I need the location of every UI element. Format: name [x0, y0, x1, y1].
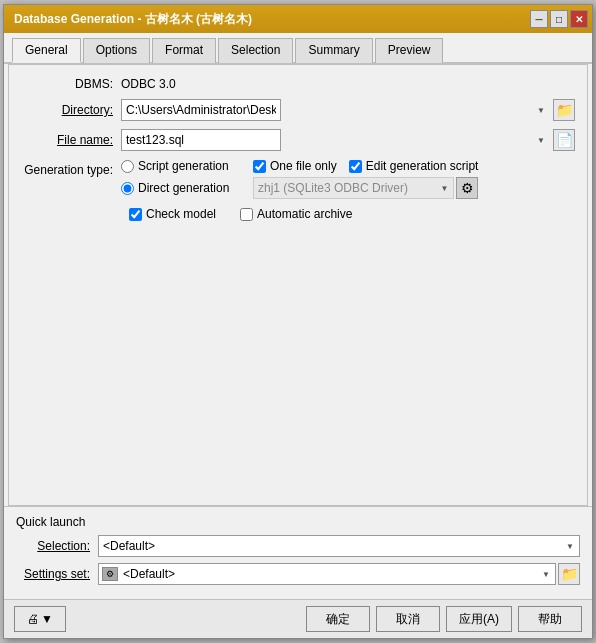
directory-browse-button[interactable]: 📁: [553, 99, 575, 121]
quick-launch-title: Quick launch: [16, 515, 580, 529]
one-file-only-checkbox[interactable]: [253, 160, 266, 173]
filename-input-group: 📄: [121, 129, 575, 151]
driver-input-group: ⚙: [253, 177, 478, 199]
script-generation-row: Script generation One file only Edit gen…: [121, 159, 478, 173]
check-model-checkbox-label[interactable]: Check model: [129, 207, 216, 221]
directory-select-wrapper: [121, 99, 551, 121]
settings-select[interactable]: <Default>: [98, 563, 556, 585]
selection-label: Selection:: [16, 539, 98, 553]
edit-script-label: Edit generation script: [366, 159, 479, 173]
filename-input[interactable]: [121, 129, 281, 151]
main-content: DBMS: ODBC 3.0 Directory: 📁 File: [8, 64, 588, 506]
automatic-archive-label: Automatic archive: [257, 207, 352, 221]
script-generation-radio[interactable]: [121, 160, 134, 173]
tab-options[interactable]: Options: [83, 38, 150, 63]
driver-input[interactable]: [253, 177, 454, 199]
tab-preview[interactable]: Preview: [375, 38, 444, 63]
close-button[interactable]: ✕: [570, 10, 588, 28]
check-row: Check model Automatic archive: [129, 207, 575, 221]
dbms-label: DBMS:: [21, 77, 121, 91]
folder-icon: 📁: [556, 102, 573, 118]
settings-input-group: <Default> ⚙ 📁: [98, 563, 580, 585]
directory-row: Directory: 📁: [21, 99, 575, 121]
automatic-archive-checkbox-label[interactable]: Automatic archive: [240, 207, 352, 221]
settings-row: Settings set: <Default> ⚙ 📁: [16, 563, 580, 585]
one-file-only-checkbox-label[interactable]: One file only: [253, 159, 337, 173]
folder-small-icon: 📁: [561, 566, 578, 582]
apply-button[interactable]: 应用(A): [446, 606, 512, 632]
direct-generation-radio-label[interactable]: Direct generation: [121, 181, 241, 195]
settings-select-wrapper: <Default> ⚙: [98, 563, 556, 585]
filename-row: File name: 📄: [21, 129, 575, 151]
check-model-label: Check model: [146, 207, 216, 221]
selection-row: Selection: <Default>: [16, 535, 580, 557]
tab-selection[interactable]: Selection: [218, 38, 293, 63]
driver-browse-button[interactable]: ⚙: [456, 177, 478, 199]
direct-generation-label: Direct generation: [138, 181, 229, 195]
dropdown-arrow: ▼: [41, 612, 53, 626]
menu-icon: 🖨: [27, 612, 39, 626]
filename-control: 📄: [121, 129, 575, 151]
main-window: Database Generation - 古树名木 (古树名木) ─ □ ✕ …: [3, 4, 593, 639]
help-button[interactable]: 帮助: [518, 606, 582, 632]
title-bar-controls: ─ □ ✕: [530, 10, 588, 28]
one-file-only-label: One file only: [270, 159, 337, 173]
footer-left: 🖨 ▼: [14, 606, 66, 632]
selection-select[interactable]: <Default>: [98, 535, 580, 557]
settings-icon: ⚙: [461, 180, 474, 196]
dbms-value: ODBC 3.0: [121, 77, 575, 91]
tab-general[interactable]: General: [12, 38, 81, 63]
minimize-button[interactable]: ─: [530, 10, 548, 28]
selection-select-wrapper: <Default>: [98, 535, 580, 557]
directory-label: Directory:: [21, 103, 121, 117]
edit-script-checkbox[interactable]: [349, 160, 362, 173]
filename-label: File name:: [21, 133, 121, 147]
settings-icon-small: ⚙: [102, 567, 118, 581]
tab-bar: General Options Format Selection Summary…: [4, 33, 592, 64]
generation-type-section: Script generation One file only Edit gen…: [121, 159, 478, 199]
automatic-archive-checkbox[interactable]: [240, 208, 253, 221]
script-generation-radio-label[interactable]: Script generation: [121, 159, 241, 173]
edit-script-checkbox-label[interactable]: Edit generation script: [349, 159, 479, 173]
generation-type-row: Generation type: Script generation One f…: [21, 159, 575, 199]
bottom-section: Quick launch Selection: <Default> Settin…: [4, 506, 592, 599]
settings-browse-button[interactable]: 📁: [558, 563, 580, 585]
directory-input[interactable]: [121, 99, 281, 121]
generation-type-label: Generation type:: [21, 159, 121, 177]
ok-button[interactable]: 确定: [306, 606, 370, 632]
filename-select-wrapper: [121, 129, 551, 151]
footer-menu-button[interactable]: 🖨 ▼: [14, 606, 66, 632]
filename-browse-button[interactable]: 📄: [553, 129, 575, 151]
window-title: Database Generation - 古树名木 (古树名木): [14, 11, 252, 28]
dbms-row: DBMS: ODBC 3.0: [21, 77, 575, 91]
dbms-text: ODBC 3.0: [121, 77, 176, 91]
tab-format[interactable]: Format: [152, 38, 216, 63]
file-icon: 📄: [556, 132, 573, 148]
maximize-button[interactable]: □: [550, 10, 568, 28]
direct-generation-radio[interactable]: [121, 182, 134, 195]
directory-control: 📁: [121, 99, 575, 121]
title-bar: Database Generation - 古树名木 (古树名木) ─ □ ✕: [4, 5, 592, 33]
directory-input-group: 📁: [121, 99, 575, 121]
footer-buttons: 确定 取消 应用(A) 帮助: [306, 606, 582, 632]
generation-type-control: Script generation One file only Edit gen…: [121, 159, 575, 199]
check-model-checkbox[interactable]: [129, 208, 142, 221]
settings-label: Settings set:: [16, 567, 98, 581]
tab-summary[interactable]: Summary: [295, 38, 372, 63]
script-generation-label: Script generation: [138, 159, 229, 173]
direct-generation-row: Direct generation ⚙: [121, 177, 478, 199]
driver-select-wrapper: [253, 177, 454, 199]
footer: 🖨 ▼ 确定 取消 应用(A) 帮助: [4, 599, 592, 638]
cancel-button[interactable]: 取消: [376, 606, 440, 632]
